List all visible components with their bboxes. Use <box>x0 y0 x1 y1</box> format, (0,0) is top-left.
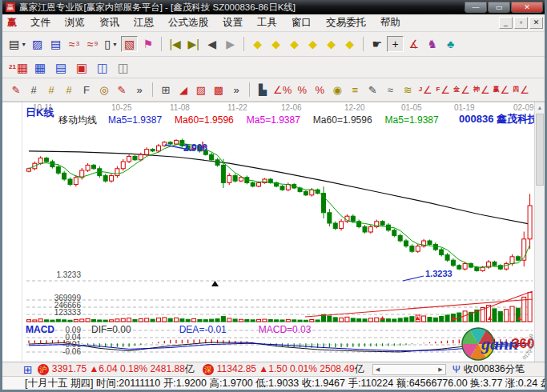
keyboard-icon[interactable]: ⊞ <box>23 363 33 376</box>
j-angle-icon[interactable]: J∠ <box>417 82 433 98</box>
app-window: 赢 赢家江恩专业版[赢家内部服务平台] - [鑫茂科技 SZ000836-86日… <box>0 0 547 392</box>
app-logo-icon: 赢 <box>6 2 15 12</box>
menu-5[interactable]: 设置 <box>215 15 250 30</box>
menu-3[interactable]: 江恩 <box>127 15 161 30</box>
gann-compress-v-button[interactable]: ◆ <box>304 36 321 52</box>
menu-2[interactable]: 资讯 <box>92 15 127 30</box>
shen-angle-icon[interactable]: 神∠ <box>473 82 491 98</box>
macd-axis-tick: -0.06 <box>33 347 81 356</box>
calculator-button[interactable]: ▦ <box>30 59 50 75</box>
histogram-tool-icon[interactable]: ▙ <box>255 82 271 98</box>
minimize-button[interactable]: — <box>465 2 487 13</box>
wave-tool-icon[interactable]: ≈ <box>382 82 398 98</box>
volume-axis-tick: 123333 <box>33 308 81 317</box>
gann-square-icon[interactable]: ▩ <box>211 82 227 98</box>
gold-lines-icon[interactable]: ≡ <box>347 82 363 98</box>
gold-circle-icon[interactable]: ◉ <box>329 82 345 98</box>
title-bar: 赢 赢家江恩专业版[赢家内部服务平台] - [鑫茂科技 SZ000836-86日… <box>2 0 545 14</box>
percent-angle-icon[interactable]: ∠% <box>272 82 292 98</box>
f-grid-icon[interactable]: F <box>78 82 95 98</box>
pan-hand-button[interactable]: ☛ <box>368 36 385 52</box>
save-button[interactable]: ▣ <box>72 59 91 75</box>
menu-7[interactable]: 窗口 <box>284 15 319 30</box>
shenzhen-index-quote[interactable]: 11342.85 ▲1.50 0.01% 2508.49亿 <box>217 362 364 376</box>
percent-icon[interactable]: % <box>294 82 310 98</box>
menu-1[interactable]: 浏览 <box>58 15 92 30</box>
measure-angle-icon[interactable]: ∡ <box>405 36 422 52</box>
tick-feed-label[interactable]: 收000836分笔 <box>464 362 525 376</box>
chart-area[interactable]: 日K线 10-1110-2511-0811-2212-0612-2001-050… <box>2 102 545 362</box>
dea-value: DEA=-0.01 <box>179 324 227 335</box>
prev-bar-button[interactable]: ◀ <box>203 36 220 52</box>
shanghai-index-quote[interactable]: 3391.75 ▲6.04 0.18% 2481.88亿 <box>52 362 195 376</box>
robot-icon[interactable]: ♞ <box>424 36 440 52</box>
scrollbar-thumb[interactable] <box>536 114 544 186</box>
gann-fan-icon[interactable]: ◢ <box>175 82 191 98</box>
ma-legend-item-2: Ma5=1.9387 <box>247 114 300 126</box>
calendar-button[interactable]: 21▦ <box>8 59 29 75</box>
percent-lines-icon[interactable]: % <box>312 82 328 98</box>
note-icon[interactable]: ▤ <box>47 36 64 52</box>
indicator-3-icon[interactable]: ≈3 <box>66 36 82 52</box>
kline-mode-icon[interactable]: ▧ <box>121 36 138 52</box>
export-button[interactable]: ◫ <box>93 59 112 75</box>
shenzhen-market-icon[interactable]: 深 <box>203 364 214 375</box>
gold-angle-icon[interactable]: 金∠ <box>452 82 471 98</box>
scroll-right-icon[interactable]: ▶ <box>438 366 442 373</box>
menu-8[interactable]: 交易委托 <box>319 15 373 30</box>
candle-style-button[interactable]: ▯▼ <box>103 36 119 52</box>
pattern-box-icon[interactable]: ▨ <box>29 36 46 52</box>
frame-tool-icon[interactable]: ⊞ <box>158 82 174 98</box>
menu-9[interactable]: 帮助 <box>373 15 408 30</box>
period-selector-button[interactable]: ▤▼ <box>8 36 27 52</box>
indicator-9-icon[interactable]: ≈9 <box>84 36 101 52</box>
horizontal-scrollbar[interactable]: ◀ ▶ <box>372 364 446 375</box>
close-button[interactable]: ✕ <box>511 2 543 13</box>
child-close-button[interactable]: ✕ <box>529 17 543 29</box>
x-axis-tick: 02-09 <box>513 103 534 112</box>
ying-angle-icon[interactable]: 赢∠ <box>493 82 511 98</box>
gold-grid-icon[interactable]: # <box>43 82 59 98</box>
gann-box-icon[interactable]: ▨ <box>193 82 209 98</box>
more-tools-2-button[interactable]: » <box>228 82 244 98</box>
si-angle-icon[interactable]: 四∠ <box>512 82 530 98</box>
spiral-icon[interactable]: ◎ <box>96 82 112 98</box>
gann-compress-h-button[interactable]: ◆ <box>286 36 303 52</box>
print-button[interactable]: ◫ <box>114 59 133 75</box>
window-title: 赢家江恩专业版[赢家内部服务平台] - [鑫茂科技 SZ000836-86日K线… <box>19 2 464 14</box>
flag-icon[interactable]: ⚑ <box>139 36 156 52</box>
child-minimize-button[interactable]: _ <box>499 17 513 29</box>
gann-compress-all-button[interactable]: ◆ <box>323 36 340 52</box>
shanghai-market-icon[interactable]: 沪 <box>38 364 49 375</box>
draw-brush-icon[interactable]: ✎ <box>8 82 24 98</box>
more-tools-1-button[interactable]: » <box>131 82 147 98</box>
first-bar-button[interactable]: |◀ <box>167 36 183 52</box>
last-bar-button[interactable]: ▶| <box>185 36 202 52</box>
child-restore-button[interactable]: ▫ <box>514 17 528 29</box>
scroll-left-icon[interactable]: ◀ <box>376 366 380 373</box>
gann-expand-all-button[interactable]: ◆ <box>341 36 358 52</box>
gold-grid2-icon[interactable]: # <box>61 82 77 98</box>
macd-panel-label: MACD <box>26 324 54 335</box>
next-bar-button[interactable]: ▶ <box>222 36 239 52</box>
ma-legend: 移动均线Ma5=1.9387Ma60=1.9596Ma5=1.9387Ma60=… <box>58 114 452 127</box>
time-grid-icon[interactable]: # <box>26 82 42 98</box>
angle-brush-icon[interactable]: ✎ <box>114 82 130 98</box>
gann-scale-lr-button[interactable]: ◆ <box>267 36 284 52</box>
crosshair-button[interactable]: + <box>387 36 404 52</box>
gann-scale-right-button[interactable]: ◆ <box>249 36 266 52</box>
f-angle-icon[interactable]: F∠ <box>435 82 451 98</box>
restore-button[interactable]: ▭ <box>488 2 510 13</box>
x-axis-tick: 01-05 <box>401 103 422 112</box>
menu-bar: 赢 文件浏览资讯江恩公式选股设置工具窗口交易委托帮助 _ ▫ ✕ <box>2 14 545 32</box>
menu-6[interactable]: 工具 <box>250 15 284 30</box>
scroll-up-icon[interactable]: ▲ <box>535 102 545 113</box>
vertical-scrollbar[interactable]: ▲ <box>534 102 545 362</box>
candle-brush-icon[interactable]: ✎ <box>364 82 380 98</box>
menu-0[interactable]: 文件 <box>23 15 58 30</box>
brain-icon[interactable]: ♣ <box>442 36 459 52</box>
gold-channel-icon[interactable]: ≋ <box>400 82 416 98</box>
notes-button[interactable]: ▤ <box>51 59 70 75</box>
menu-4[interactable]: 公式选股 <box>161 15 215 30</box>
gann360-logo: gann 360 0123456789 <box>461 326 537 363</box>
